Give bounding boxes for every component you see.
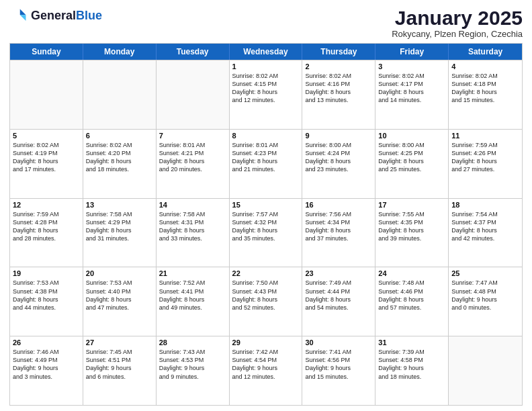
day-number: 23 [305, 269, 372, 277]
day-info: Sunrise: 8:02 AM Sunset: 4:16 PM Dayligh… [305, 72, 372, 105]
day-info: Sunrise: 8:02 AM Sunset: 4:19 PM Dayligh… [13, 141, 80, 174]
calendar-day-28: 28Sunrise: 7:43 AM Sunset: 4:53 PM Dayli… [157, 336, 230, 405]
subtitle: Rokycany, Plzen Region, Czechia [392, 29, 523, 39]
day-info: Sunrise: 7:57 AM Sunset: 4:32 PM Dayligh… [232, 210, 300, 243]
day-number: 21 [159, 269, 226, 277]
day-number: 31 [378, 338, 445, 347]
calendar-day-17: 17Sunrise: 7:55 AM Sunset: 4:35 PM Dayli… [375, 199, 449, 267]
day-number: 9 [305, 132, 372, 140]
day-info: Sunrise: 7:53 AM Sunset: 4:40 PM Dayligh… [86, 279, 153, 312]
header: GeneralBlue January 2025 Rokycany, Plzen… [9, 7, 523, 39]
calendar-day-6: 6Sunrise: 8:02 AM Sunset: 4:20 PM Daylig… [83, 130, 157, 198]
calendar-day-empty [83, 60, 157, 129]
calendar-day-13: 13Sunrise: 7:58 AM Sunset: 4:29 PM Dayli… [83, 199, 157, 267]
day-number: 28 [159, 338, 226, 347]
svg-marker-1 [20, 15, 26, 21]
calendar-header: SundayMondayTuesdayWednesdayThursdayFrid… [10, 44, 522, 60]
day-info: Sunrise: 7:56 AM Sunset: 4:34 PM Dayligh… [305, 210, 372, 243]
calendar-day-empty [449, 336, 522, 405]
day-number: 5 [13, 132, 80, 140]
calendar-day-16: 16Sunrise: 7:56 AM Sunset: 4:34 PM Dayli… [302, 199, 375, 267]
day-number: 2 [305, 62, 372, 71]
title-block: January 2025 Rokycany, Plzen Region, Cze… [392, 7, 523, 39]
calendar-day-empty [10, 60, 83, 129]
day-number: 7 [159, 132, 226, 140]
day-info: Sunrise: 8:02 AM Sunset: 4:15 PM Dayligh… [232, 72, 300, 105]
logo-line1: GeneralBlue [31, 9, 102, 23]
day-number: 30 [305, 338, 372, 347]
calendar-day-2: 2Sunrise: 8:02 AM Sunset: 4:16 PM Daylig… [302, 60, 375, 129]
day-info: Sunrise: 8:02 AM Sunset: 4:17 PM Dayligh… [378, 72, 445, 105]
calendar-day-20: 20Sunrise: 7:53 AM Sunset: 4:40 PM Dayli… [83, 267, 157, 336]
calendar-week-4: 19Sunrise: 7:53 AM Sunset: 4:38 PM Dayli… [10, 267, 522, 336]
calendar-week-5: 26Sunrise: 7:46 AM Sunset: 4:49 PM Dayli… [10, 336, 522, 405]
calendar-body: 1Sunrise: 8:02 AM Sunset: 4:15 PM Daylig… [10, 60, 522, 405]
day-info: Sunrise: 8:02 AM Sunset: 4:20 PM Dayligh… [86, 141, 153, 174]
calendar-day-27: 27Sunrise: 7:45 AM Sunset: 4:51 PM Dayli… [83, 336, 157, 405]
day-info: Sunrise: 7:54 AM Sunset: 4:37 PM Dayligh… [451, 210, 519, 243]
calendar-day-25: 25Sunrise: 7:47 AM Sunset: 4:48 PM Dayli… [449, 267, 522, 336]
day-number: 24 [378, 269, 445, 277]
day-info: Sunrise: 7:41 AM Sunset: 4:56 PM Dayligh… [305, 348, 372, 381]
header-day-wednesday: Wednesday [230, 44, 303, 60]
day-info: Sunrise: 7:53 AM Sunset: 4:38 PM Dayligh… [13, 279, 80, 312]
calendar-day-29: 29Sunrise: 7:42 AM Sunset: 4:54 PM Dayli… [230, 336, 303, 405]
header-day-thursday: Thursday [302, 44, 375, 60]
header-day-saturday: Saturday [449, 44, 522, 60]
calendar-day-11: 11Sunrise: 7:59 AM Sunset: 4:26 PM Dayli… [449, 130, 522, 198]
day-number: 3 [378, 62, 445, 71]
calendar-day-15: 15Sunrise: 7:57 AM Sunset: 4:32 PM Dayli… [230, 199, 303, 267]
day-number: 6 [86, 132, 153, 140]
day-number: 11 [451, 132, 519, 140]
day-info: Sunrise: 7:50 AM Sunset: 4:43 PM Dayligh… [232, 279, 300, 312]
calendar-day-4: 4Sunrise: 8:02 AM Sunset: 4:18 PM Daylig… [449, 60, 522, 129]
day-number: 13 [86, 201, 153, 209]
calendar-day-30: 30Sunrise: 7:41 AM Sunset: 4:56 PM Dayli… [302, 336, 375, 405]
day-info: Sunrise: 8:00 AM Sunset: 4:25 PM Dayligh… [378, 141, 445, 174]
calendar-day-21: 21Sunrise: 7:52 AM Sunset: 4:41 PM Dayli… [157, 267, 230, 336]
svg-marker-0 [20, 9, 26, 15]
calendar-week-2: 5Sunrise: 8:02 AM Sunset: 4:19 PM Daylig… [10, 129, 522, 198]
day-number: 25 [451, 269, 519, 277]
header-day-monday: Monday [83, 44, 157, 60]
page: GeneralBlue January 2025 Rokycany, Plzen… [0, 0, 532, 411]
calendar-day-31: 31Sunrise: 7:39 AM Sunset: 4:58 PM Dayli… [375, 336, 449, 405]
calendar-day-1: 1Sunrise: 8:02 AM Sunset: 4:15 PM Daylig… [230, 60, 303, 129]
day-info: Sunrise: 7:46 AM Sunset: 4:49 PM Dayligh… [13, 348, 80, 381]
day-number: 12 [13, 201, 80, 209]
day-number: 8 [232, 132, 300, 140]
calendar-day-18: 18Sunrise: 7:54 AM Sunset: 4:37 PM Dayli… [449, 199, 522, 267]
day-number: 16 [305, 201, 372, 209]
calendar-day-empty [157, 60, 230, 129]
calendar-day-23: 23Sunrise: 7:49 AM Sunset: 4:44 PM Dayli… [302, 267, 375, 336]
day-number: 26 [13, 338, 80, 347]
day-info: Sunrise: 8:01 AM Sunset: 4:21 PM Dayligh… [159, 141, 226, 174]
day-info: Sunrise: 8:00 AM Sunset: 4:24 PM Dayligh… [305, 141, 372, 174]
calendar-week-1: 1Sunrise: 8:02 AM Sunset: 4:15 PM Daylig… [10, 60, 522, 129]
day-info: Sunrise: 8:02 AM Sunset: 4:18 PM Dayligh… [451, 72, 519, 105]
day-info: Sunrise: 7:52 AM Sunset: 4:41 PM Dayligh… [159, 279, 226, 312]
calendar-day-12: 12Sunrise: 7:59 AM Sunset: 4:28 PM Dayli… [10, 199, 83, 267]
day-info: Sunrise: 7:47 AM Sunset: 4:48 PM Dayligh… [451, 279, 519, 312]
day-info: Sunrise: 7:43 AM Sunset: 4:53 PM Dayligh… [159, 348, 226, 381]
day-info: Sunrise: 7:42 AM Sunset: 4:54 PM Dayligh… [232, 348, 300, 381]
day-number: 22 [232, 269, 300, 277]
calendar-day-22: 22Sunrise: 7:50 AM Sunset: 4:43 PM Dayli… [230, 267, 303, 336]
day-info: Sunrise: 7:58 AM Sunset: 4:29 PM Dayligh… [86, 210, 153, 243]
day-number: 27 [86, 338, 153, 347]
calendar-day-3: 3Sunrise: 8:02 AM Sunset: 4:17 PM Daylig… [375, 60, 449, 129]
day-number: 17 [378, 201, 445, 209]
day-info: Sunrise: 7:55 AM Sunset: 4:35 PM Dayligh… [378, 210, 445, 243]
day-number: 19 [13, 269, 80, 277]
calendar-day-8: 8Sunrise: 8:01 AM Sunset: 4:23 PM Daylig… [230, 130, 303, 198]
day-info: Sunrise: 7:39 AM Sunset: 4:58 PM Dayligh… [378, 348, 445, 381]
calendar-day-19: 19Sunrise: 7:53 AM Sunset: 4:38 PM Dayli… [10, 267, 83, 336]
logo: GeneralBlue [9, 7, 102, 26]
calendar-day-24: 24Sunrise: 7:48 AM Sunset: 4:46 PM Dayli… [375, 267, 449, 336]
day-number: 10 [378, 132, 445, 140]
calendar-day-26: 26Sunrise: 7:46 AM Sunset: 4:49 PM Dayli… [10, 336, 83, 405]
calendar-day-5: 5Sunrise: 8:02 AM Sunset: 4:19 PM Daylig… [10, 130, 83, 198]
logo-icon [9, 7, 28, 26]
day-number: 18 [451, 201, 519, 209]
calendar: SundayMondayTuesdayWednesdayThursdayFrid… [9, 43, 523, 406]
